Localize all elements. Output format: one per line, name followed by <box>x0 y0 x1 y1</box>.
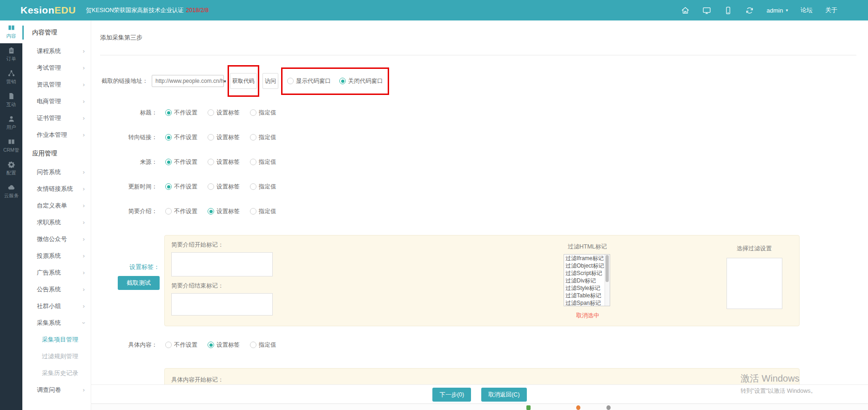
get-code-button[interactable]: 获取代码 <box>230 73 257 89</box>
radio-label: 不作设置 <box>174 158 197 166</box>
filter-option[interactable]: 过滤Iframe标记 <box>564 255 610 262</box>
menu-item[interactable]: 电商管理› <box>22 93 91 110</box>
filter-html-label: 过滤HTML标记 <box>568 243 607 251</box>
sidebar-module-item[interactable]: 配置 <box>0 157 22 180</box>
scrollbar-thumb[interactable] <box>606 255 609 282</box>
radio-no-setting[interactable]: 不作设置 <box>165 208 197 215</box>
radio-specify-value[interactable]: 指定值 <box>250 183 276 191</box>
radio-no-setting[interactable]: 不作设置 <box>165 158 197 166</box>
menu-subitem[interactable]: 采集历史记录 <box>22 365 91 382</box>
menu-item[interactable]: 课程系统› <box>22 43 91 60</box>
radio-set-tag[interactable]: 设置标签 <box>208 109 240 117</box>
radio-icon <box>250 109 256 116</box>
taskbar-icon[interactable] <box>526 405 531 410</box>
menu-item[interactable]: 资讯管理› <box>22 76 91 93</box>
radio-set-tag[interactable]: 设置标签 <box>208 134 240 141</box>
radio-label: 设置标签 <box>216 208 240 215</box>
menu-subitem[interactable]: 过滤规则管理 <box>22 348 91 365</box>
filter-option[interactable]: 过滤Table标记 <box>564 292 610 299</box>
menu-item[interactable]: 考试管理› <box>22 60 91 76</box>
menu-subitem[interactable]: 采集项目管理 <box>22 331 91 348</box>
sidebar-module-item[interactable]: 互动 <box>0 89 22 112</box>
menu-section-header[interactable]: 内容管理 <box>22 22 91 43</box>
menu-item[interactable]: 自定义表单› <box>22 197 91 214</box>
sidebar-module-item[interactable]: 用户 <box>0 112 22 134</box>
user-name: admin <box>767 7 783 14</box>
visit-button[interactable]: 访问 <box>262 73 278 89</box>
menu-item[interactable]: 证书管理› <box>22 110 91 127</box>
sidebar-module-item[interactable]: 内容 <box>0 20 22 43</box>
filter-option[interactable]: 过滤Object标记 <box>564 262 610 269</box>
menu-item[interactable]: 调查问卷› <box>22 382 91 398</box>
url-select[interactable]: http://www.people.com.cn/h ▾ <box>152 75 224 87</box>
menu-item[interactable]: 采集系统› <box>22 315 91 331</box>
radio-icon <box>250 159 256 165</box>
radio-close-code-window[interactable]: 关闭代码窗口 <box>339 77 383 85</box>
filter-option[interactable]: 过滤Style标记 <box>564 284 610 292</box>
menu-item[interactable]: 友情链接系统› <box>22 181 91 197</box>
capture-url-label: 截取的链接地址： <box>101 77 148 85</box>
radio-set-tag[interactable]: 设置标签 <box>208 208 240 215</box>
refresh-icon[interactable] <box>745 6 754 15</box>
field-row: 更新时间：不作设置设置标签指定值 <box>91 180 276 193</box>
menu-item[interactable]: 作业本管理› <box>22 127 91 143</box>
radio-set-tag[interactable]: 设置标签 <box>208 341 240 349</box>
menu-section-header[interactable]: 应用管理 <box>22 143 91 164</box>
taskbar-icon[interactable] <box>576 405 580 410</box>
radio-specify-value[interactable]: 指定值 <box>250 134 276 141</box>
menu-item[interactable]: 微信公众号› <box>22 231 91 248</box>
cancel-return-button[interactable]: 取消返回(C) <box>481 388 526 402</box>
sidebar-module-item[interactable]: 营销 <box>0 66 22 89</box>
mobile-icon[interactable] <box>724 6 733 15</box>
field-row: 转向链接：不作设置设置标签指定值 <box>91 131 276 144</box>
filter-html-listbox[interactable]: 过滤Iframe标记过滤Object标记过滤Script标记过滤Div标记过滤S… <box>564 254 610 306</box>
gear-icon <box>8 161 15 168</box>
menu-item[interactable]: 问答系统› <box>22 164 91 181</box>
radio-icon <box>250 342 256 348</box>
chevron-right-icon: › <box>83 197 85 214</box>
radio-set-tag[interactable]: 设置标签 <box>208 158 240 166</box>
sidebar-module-item[interactable]: CRM管 <box>0 134 22 157</box>
radio-specify-value[interactable]: 指定值 <box>250 109 276 117</box>
sidebar-module-item[interactable]: 订单 <box>0 43 22 66</box>
menu-item[interactable]: 投票系统› <box>22 248 91 264</box>
announcement: 贺KESION荣获国家高新技术企业认证2018/2/8 <box>86 7 209 14</box>
menu-item[interactable]: 求职系统› <box>22 214 91 231</box>
field-row: 标题：不作设置设置标签指定值 <box>91 106 276 119</box>
content-menu: 内容管理课程系统›考试管理›资讯管理›电商管理›证书管理›作业本管理›应用管理问… <box>22 20 91 410</box>
radio-no-setting[interactable]: 不作设置 <box>165 341 197 349</box>
scrollbar[interactable] <box>605 255 610 306</box>
radio-label: 设置标签 <box>216 158 240 166</box>
menu-item[interactable]: 社群小组› <box>22 298 91 315</box>
about-link[interactable]: 关于 <box>825 6 837 14</box>
filter-option[interactable]: 过滤Div标记 <box>564 277 610 284</box>
home-icon[interactable] <box>681 6 690 15</box>
filter-option[interactable]: 过滤Span标记 <box>564 299 610 306</box>
radio-specify-value[interactable]: 指定值 <box>250 208 276 215</box>
capture-test-button[interactable]: 截取测试 <box>118 276 160 290</box>
user-menu[interactable]: admin ▾ <box>767 7 788 14</box>
filter-settings-listbox[interactable] <box>727 258 782 309</box>
radio-set-tag[interactable]: 设置标签 <box>208 183 240 191</box>
radio-no-setting[interactable]: 不作设置 <box>165 183 197 191</box>
taskbar-icon[interactable] <box>606 405 611 410</box>
forum-link[interactable]: 论坛 <box>801 6 813 14</box>
next-step-button[interactable]: 下一步(0) <box>432 388 471 402</box>
radio-icon <box>250 183 256 190</box>
radio-show-code-window[interactable]: 显示代码窗口 <box>287 77 331 85</box>
summary-end-input[interactable] <box>171 293 273 316</box>
summary-start-input[interactable] <box>171 252 273 276</box>
radio-icon <box>208 342 214 348</box>
sidebar-module-item[interactable]: 云服务 <box>0 180 22 203</box>
radio-no-setting[interactable]: 不作设置 <box>165 109 197 117</box>
radio-specify-value[interactable]: 指定值 <box>250 341 276 349</box>
radio-specify-value[interactable]: 指定值 <box>250 158 276 166</box>
cancel-selection-link[interactable]: 取消选中 <box>576 312 599 320</box>
desktop-icon[interactable] <box>702 6 711 15</box>
radio-icon <box>165 159 172 165</box>
radio-no-setting[interactable]: 不作设置 <box>165 134 197 141</box>
chevron-right-icon: › <box>83 93 85 110</box>
filter-option[interactable]: 过滤Script标记 <box>564 269 610 277</box>
menu-item[interactable]: 广告系统› <box>22 264 91 281</box>
menu-item[interactable]: 公告系统› <box>22 281 91 298</box>
